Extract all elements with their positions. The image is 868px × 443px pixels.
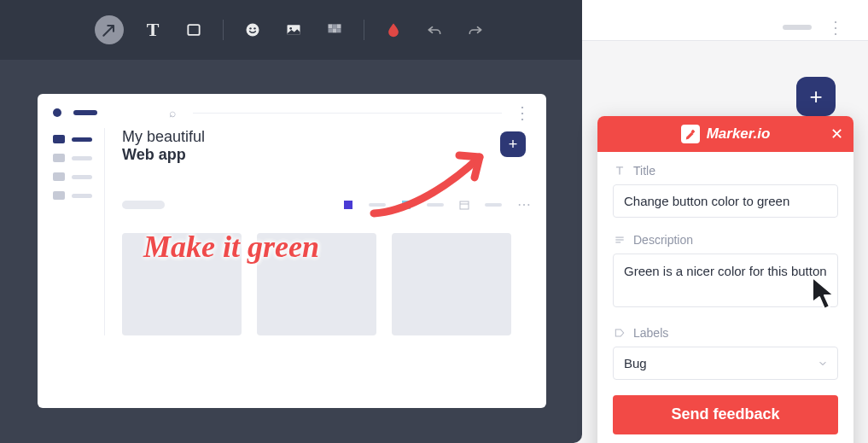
undo-icon [426,21,443,38]
brand-icon [681,125,700,143]
panel-header: Marker.io ✕ [597,116,853,152]
brand: Marker.io [681,125,771,143]
svg-rect-9 [329,28,333,32]
svg-point-1 [247,24,259,37]
description-input[interactable] [613,254,838,307]
mock-header: ⌕ ⋮ [53,106,531,119]
drop-icon [385,21,402,38]
sidebar-item [53,191,104,200]
mock-meta-icons: ⋯ [343,196,531,213]
emoji-tool-button[interactable] [241,18,265,42]
svg-rect-6 [329,24,333,28]
panel-close-button[interactable]: ✕ [830,125,843,143]
mock-cards [122,233,531,335]
topbar-more-icon[interactable]: ⋮ [827,17,844,38]
svg-point-3 [253,27,255,29]
color-tool-button[interactable] [382,18,405,42]
svg-rect-11 [337,28,341,32]
svg-rect-10 [333,28,337,32]
mock-card [257,233,376,335]
image-tool-button[interactable] [282,18,306,42]
annotation-canvas-frame: T ⌕ [0,0,582,443]
redo-button[interactable] [463,18,487,42]
title-icon [613,164,626,178]
sidebar-item [53,135,104,143]
send-feedback-button[interactable]: Send feedback [613,395,838,434]
sidebar-item [53,172,104,181]
labels-select[interactable]: Bug [613,347,838,380]
rectangle-icon [185,21,202,38]
svg-point-2 [249,27,251,29]
title-input[interactable] [613,184,838,218]
title-label-text: Title [633,164,655,178]
svg-rect-8 [337,24,341,28]
svg-rect-13 [402,201,411,209]
mock-logo-dash [73,110,97,115]
description-icon [613,233,626,247]
brand-name: Marker.io [707,125,771,143]
plus-icon: + [809,84,822,110]
mock-meta-row: ⋯ [122,196,531,213]
blur-tool-button[interactable] [323,18,347,42]
arrow-tool-button[interactable] [95,15,124,44]
undo-button[interactable] [422,18,446,42]
arrow-icon [101,21,118,38]
annotation-toolbar: T [0,0,582,60]
mock-title-line2: Web app [122,146,531,164]
svg-point-5 [289,27,292,30]
svg-rect-7 [333,24,337,28]
mock-add-button: + [500,131,526,157]
mock-title-line1: My beautiful [122,128,531,146]
blur-icon [326,21,343,38]
description-label: Description [613,233,838,247]
feedback-panel: Marker.io ✕ Title Description Labels Bug [597,116,853,443]
mock-logo-dot [53,108,61,117]
feedback-launch-button[interactable]: + [796,77,836,116]
sidebar-item [53,154,104,162]
screenshot-canvas[interactable]: ⌕ ⋮ My beautiful Web app + [38,94,546,408]
emoji-icon [244,21,261,38]
plus-icon: + [509,136,518,154]
search-icon: ⌕ [169,106,176,119]
text-tool-button[interactable]: T [141,18,165,42]
mock-main: My beautiful Web app + ⋯ [104,128,531,335]
title-label: Title [613,164,838,178]
description-label-text: Description [633,233,693,247]
svg-rect-14 [460,201,469,209]
svg-rect-0 [188,25,199,35]
mock-search-line [193,113,502,114]
toolbar-separator [223,20,224,40]
mock-pill [122,201,165,209]
svg-rect-12 [344,201,352,209]
toolbar-separator [364,20,364,40]
mock-card [392,233,511,335]
mock-card [122,233,242,335]
image-icon [285,21,302,38]
labels-icon [613,326,626,340]
mock-sidebar [53,128,104,335]
redo-icon [467,21,484,38]
labels-label: Labels [613,326,838,340]
page-topbar: ⋮ [582,0,868,41]
more-icon: ⋮ [514,108,531,117]
panel-body: Title Description Labels Bug Send feedba… [597,152,853,443]
topbar-placeholder [783,25,812,30]
labels-label-text: Labels [633,326,668,340]
rectangle-tool-button[interactable] [182,18,206,42]
